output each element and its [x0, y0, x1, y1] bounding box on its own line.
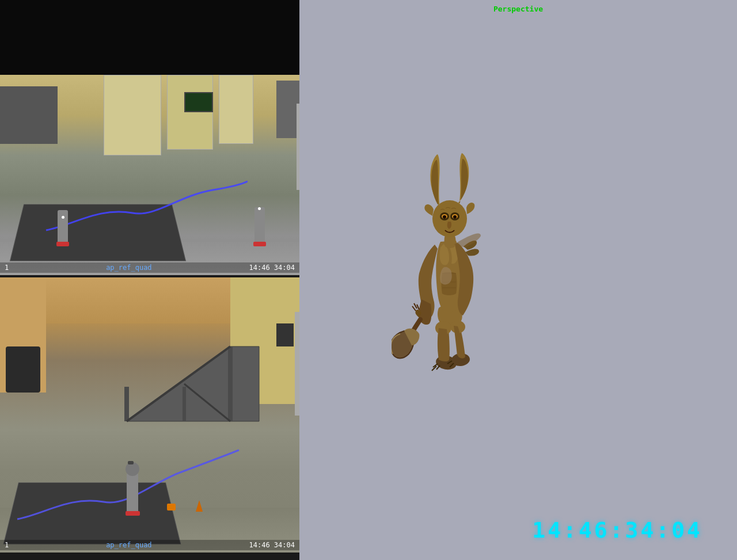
helmet [128, 461, 134, 464]
mocap-room-scene-2 [0, 277, 299, 553]
viewport-label: Perspective [493, 5, 543, 13]
wall-panel [219, 75, 253, 144]
timecode-display: 14:46:34:04 [532, 517, 702, 543]
mocap-room-scene-1 [0, 75, 299, 275]
main-layout: 1 ap_ref_quad 14:46 34:04 [0, 0, 737, 560]
wall-panel [167, 75, 213, 150]
frame-number-2: 1 [5, 541, 9, 549]
ref-name-2: ap_ref_quad [106, 541, 151, 549]
timecode-overlay-2: 14:46 34:04 [249, 541, 295, 549]
video-panel-1[interactable]: 1 ap_ref_quad 14:46 34:04 [0, 0, 299, 275]
shoes-2 [253, 242, 266, 246]
svg-marker-0 [127, 346, 259, 421]
video-content-2 [0, 277, 299, 553]
marker-dot [258, 207, 261, 210]
video-content-1 [0, 75, 299, 275]
shoes-3 [126, 511, 140, 516]
svg-point-8 [432, 200, 467, 237]
shoes-1 [56, 242, 69, 246]
left-panel: 1 ap_ref_quad 14:46 34:04 [0, 0, 299, 560]
video-overlay-2: 1 ap_ref_quad 14:46 34:04 [0, 540, 299, 550]
black-top-bar-1 [0, 0, 299, 75]
performer-2 [127, 473, 138, 513]
video-overlay-1: 1 ap_ref_quad 14:46 34:04 [0, 262, 299, 273]
performer-left [58, 210, 68, 245]
bottom-black-bar [0, 553, 299, 560]
wall-panel [104, 75, 161, 155]
camera-equipment [276, 323, 294, 346]
ref-name-1: ap_ref_quad [106, 264, 151, 272]
speaker [6, 346, 40, 393]
camera-stand [295, 312, 299, 416]
performer-right [254, 207, 265, 245]
marker-dot [62, 216, 64, 219]
ramp-structure [115, 312, 276, 427]
marker-object [167, 504, 176, 511]
timecode-overlay-1: 14:46 34:04 [249, 264, 295, 272]
monitor [184, 92, 213, 112]
frame-number-1: 1 [5, 264, 9, 272]
shelving-right [276, 81, 299, 138]
character-3d [392, 104, 518, 380]
video-panel-2[interactable]: 1 ap_ref_quad 14:46 34:04 [0, 277, 299, 553]
character-svg [392, 104, 518, 380]
equipment-left [0, 86, 58, 144]
svg-point-13 [443, 215, 446, 219]
svg-point-14 [453, 215, 457, 219]
right-panel-3d: Perspective [299, 0, 737, 560]
